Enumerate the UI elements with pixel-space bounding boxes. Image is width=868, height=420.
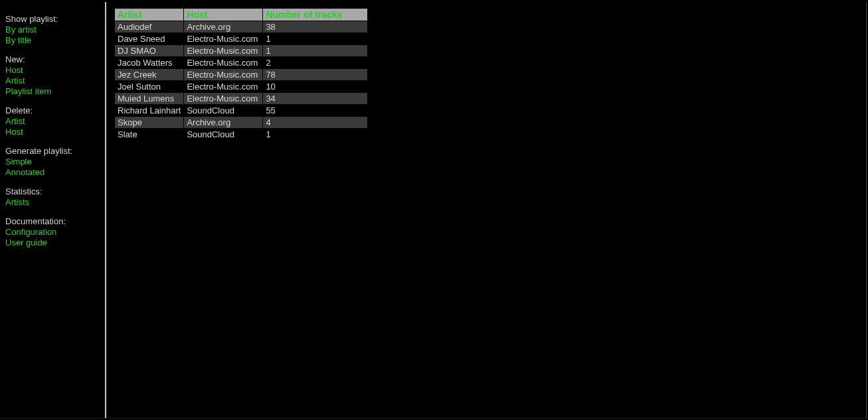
sidebar-group-generate-playlist: Generate playlist: Simple Annotated <box>5 146 100 177</box>
table-row: SlateSoundCloud1 <box>115 129 367 140</box>
sidebar-group-new: New: Host Artist Playlist item <box>5 54 100 96</box>
cell-host: Electro-Music.com <box>184 57 262 68</box>
table-row: Jez CreekElectro-Music.com78 <box>115 69 367 80</box>
table-row: Muied LumensElectro-Music.com34 <box>115 93 367 104</box>
cell-tracks: 55 <box>263 105 367 116</box>
table-row: AudiodefArchive.org38 <box>115 21 367 33</box>
cell-host: Archive.org <box>184 117 262 128</box>
sidebar-link-new-playlist-item[interactable]: Playlist item <box>5 86 100 96</box>
cell-host: SoundCloud <box>184 105 262 116</box>
cell-artist: Dave Sneed <box>115 33 183 44</box>
table-row: Joel SuttonElectro-Music.com10 <box>115 81 367 92</box>
table-row: DJ SMAOElectro-Music.com1 <box>115 45 367 56</box>
cell-host: Electro-Music.com <box>184 93 262 104</box>
cell-tracks: 38 <box>263 21 367 33</box>
sidebar-link-new-artist[interactable]: Artist <box>5 76 100 86</box>
cell-tracks: 1 <box>263 129 367 140</box>
cell-tracks: 34 <box>263 93 367 104</box>
sidebar-group-show-playlist: Show playlist: By artist By title <box>5 14 100 45</box>
cell-tracks: 10 <box>263 81 367 92</box>
artists-table: Artist Host Number of tracks AudiodefArc… <box>114 8 368 141</box>
sidebar-link-delete-artist[interactable]: Artist <box>5 116 100 126</box>
cell-artist: DJ SMAO <box>115 45 183 56</box>
main-content: Artist Host Number of tracks AudiodefArc… <box>106 2 866 418</box>
cell-host: SoundCloud <box>184 129 262 140</box>
sidebar-link-delete-host[interactable]: Host <box>5 127 100 137</box>
sidebar-link-by-artist[interactable]: By artist <box>5 25 100 35</box>
cell-tracks: 1 <box>263 33 367 44</box>
sidebar-heading: Statistics: <box>5 186 100 196</box>
cell-artist: Audiodef <box>115 21 183 33</box>
cell-artist: Richard Lainhart <box>115 105 183 116</box>
cell-host: Electro-Music.com <box>184 81 262 92</box>
sidebar-heading: New: <box>5 54 100 64</box>
table-row: Jacob WattersElectro-Music.com2 <box>115 57 367 68</box>
sidebar-link-new-host[interactable]: Host <box>5 65 100 75</box>
table-header-tracks[interactable]: Number of tracks <box>263 9 367 21</box>
table-header-host[interactable]: Host <box>184 9 262 21</box>
cell-tracks: 2 <box>263 57 367 68</box>
cell-host: Electro-Music.com <box>184 33 262 44</box>
cell-tracks: 78 <box>263 69 367 80</box>
cell-artist: Muied Lumens <box>115 93 183 104</box>
table-row: Richard LainhartSoundCloud55 <box>115 105 367 116</box>
sidebar-group-documentation: Documentation: Configuration User guide <box>5 216 100 247</box>
sidebar-heading: Show playlist: <box>5 14 100 24</box>
sidebar-link-generate-annotated[interactable]: Annotated <box>5 167 100 177</box>
sidebar-link-doc-configuration[interactable]: Configuration <box>5 227 100 237</box>
sidebar-heading: Documentation: <box>5 216 100 226</box>
sidebar-link-statistics-artists[interactable]: Artists <box>5 197 100 207</box>
sidebar-group-delete: Delete: Artist Host <box>5 105 100 137</box>
sidebar-heading: Delete: <box>5 105 100 115</box>
cell-host: Electro-Music.com <box>184 45 262 56</box>
sidebar-group-statistics: Statistics: Artists <box>5 186 100 207</box>
cell-tracks: 1 <box>263 45 367 56</box>
cell-artist: Jez Creek <box>115 69 183 80</box>
cell-artist: Jacob Watters <box>115 57 183 68</box>
sidebar-link-doc-user-guide[interactable]: User guide <box>5 238 100 247</box>
cell-host: Electro-Music.com <box>184 69 262 80</box>
table-row: Dave SneedElectro-Music.com1 <box>115 33 367 44</box>
cell-tracks: 4 <box>263 117 367 128</box>
cell-host: Archive.org <box>184 21 262 33</box>
sidebar: Show playlist: By artist By title New: H… <box>0 2 106 418</box>
cell-artist: Slate <box>115 129 183 140</box>
sidebar-heading: Generate playlist: <box>5 146 100 156</box>
sidebar-link-by-title[interactable]: By title <box>5 35 100 45</box>
cell-artist: Skope <box>115 117 183 128</box>
table-header-artist[interactable]: Artist <box>115 9 183 21</box>
sidebar-link-generate-simple[interactable]: Simple <box>5 157 100 167</box>
table-header-row: Artist Host Number of tracks <box>115 9 367 21</box>
table-row: SkopeArchive.org4 <box>115 117 367 128</box>
cell-artist: Joel Sutton <box>115 81 183 92</box>
